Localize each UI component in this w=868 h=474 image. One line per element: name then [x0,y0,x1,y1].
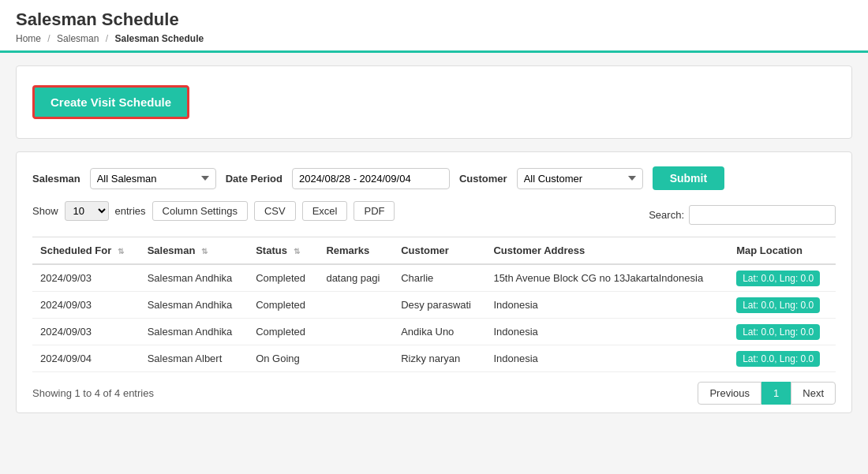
entries-label: entries [115,205,146,217]
customer-label: Customer [459,173,507,185]
search-row: Search: [649,205,836,225]
top-bar: Salesman Schedule Home / Salesman / Sale… [0,0,868,53]
date-period-label: Date Period [226,173,282,185]
breadcrumb: Home / Salesman / Salesman Schedule [16,33,852,44]
col-header-status: Status ⇅ [248,237,318,265]
cell-remarks [318,319,393,345]
breadcrumb-home[interactable]: Home [16,33,41,44]
cell-customer: Desy paraswati [393,292,485,319]
salesman-select[interactable]: All Salesman [90,168,216,189]
table-row: 2024/09/03 Salesman Andhika Completed An… [32,319,836,345]
cell-remarks [318,345,393,372]
previous-button[interactable]: Previous [698,382,761,405]
breadcrumb-sep1: / [47,33,50,44]
col-header-map-location: Map Location [728,237,836,265]
page-1-button[interactable]: 1 [761,382,791,405]
submit-button[interactable]: Submit [653,166,724,190]
entries-select[interactable]: 102550100 [65,201,109,221]
cell-status: Completed [248,264,318,292]
create-card: Create Visit Schedule [16,65,852,139]
table-row: 2024/09/03 Salesman Andhika Completed De… [32,292,836,319]
filter-row: Salesman All Salesman Date Period Custom… [32,166,836,190]
cell-customer: Charlie [393,264,485,292]
col-header-remarks: Remarks [318,237,393,265]
search-input[interactable] [689,205,836,225]
create-visit-schedule-button[interactable]: Create Visit Schedule [32,85,189,119]
col-header-scheduled-for: Scheduled For ⇅ [32,237,140,265]
main-content: Create Visit Schedule Salesman All Sales… [0,53,868,426]
cell-customer: Andika Uno [393,319,485,345]
page-title: Salesman Schedule [16,9,852,30]
cell-map-location[interactable]: Lat: 0.0, Lng: 0.0 [728,345,836,372]
col-header-salesman: Salesman ⇅ [140,237,249,265]
table-controls: Show 102550100 entries Column Settings C… [32,201,395,221]
cell-customer-address: Indonesia [485,345,728,372]
col-header-customer: Customer [393,237,485,265]
date-period-input[interactable] [292,168,450,189]
cell-remarks: datang pagi [318,264,393,292]
cell-customer: Rizky naryan [393,345,485,372]
show-label: Show [32,205,58,217]
cell-status: On Going [248,345,318,372]
pagination: Previous 1 Next [698,382,836,405]
next-button[interactable]: Next [791,382,836,405]
cell-scheduled-for: 2024/09/04 [32,345,140,372]
sort-icon-scheduled-for[interactable]: ⇅ [118,247,124,256]
search-label: Search: [649,209,684,221]
cell-map-location[interactable]: Lat: 0.0, Lng: 0.0 [728,264,836,292]
sort-icon-status[interactable]: ⇅ [294,247,300,256]
showing-text: Showing 1 to 4 of 4 entries [32,387,154,399]
pagination-row: Showing 1 to 4 of 4 entries Previous 1 N… [32,382,836,405]
cell-scheduled-for: 2024/09/03 [32,292,140,319]
cell-salesman: Salesman Andhika [140,264,249,292]
csv-button[interactable]: CSV [254,201,296,221]
column-settings-button[interactable]: Column Settings [152,201,248,221]
cell-map-location[interactable]: Lat: 0.0, Lng: 0.0 [728,292,836,319]
filter-table-card: Salesman All Salesman Date Period Custom… [16,151,852,413]
cell-status: Completed [248,292,318,319]
cell-salesman: Salesman Albert [140,345,249,372]
excel-button[interactable]: Excel [302,201,348,221]
cell-scheduled-for: 2024/09/03 [32,319,140,345]
cell-status: Completed [248,319,318,345]
cell-customer-address: 15th Avenue Block CG no 13JakartaIndones… [485,264,728,292]
cell-salesman: Salesman Andhika [140,319,249,345]
data-table: Scheduled For ⇅ Salesman ⇅ Status ⇅ Rema… [32,237,836,372]
cell-customer-address: Indonesia [485,292,728,319]
table-row: 2024/09/04 Salesman Albert On Going Rizk… [32,345,836,372]
cell-scheduled-for: 2024/09/03 [32,264,140,292]
pdf-button[interactable]: PDF [354,201,395,221]
salesman-label: Salesman [32,173,80,185]
sort-icon-salesman[interactable]: ⇅ [201,247,208,256]
cell-salesman: Salesman Andhika [140,292,249,319]
customer-select[interactable]: All Customer [517,168,643,189]
breadcrumb-salesman[interactable]: Salesman [57,33,99,44]
cell-remarks [318,292,393,319]
table-row: 2024/09/03 Salesman Andhika Completed da… [32,264,836,292]
cell-map-location[interactable]: Lat: 0.0, Lng: 0.0 [728,319,836,345]
breadcrumb-current: Salesman Schedule [114,33,204,44]
breadcrumb-sep2: / [106,33,108,44]
cell-customer-address: Indonesia [485,319,728,345]
controls-row: Show 102550100 entries Column Settings C… [32,201,836,229]
table-header-row: Scheduled For ⇅ Salesman ⇅ Status ⇅ Rema… [32,237,836,265]
col-header-customer-address: Customer Address [485,237,728,265]
